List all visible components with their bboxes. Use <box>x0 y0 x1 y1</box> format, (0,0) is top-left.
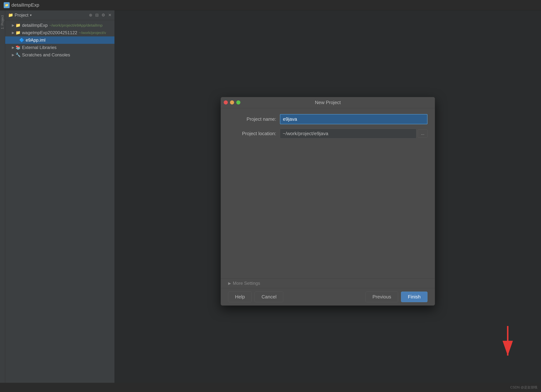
dialog-footer: Help Cancel Previous Finish <box>221 288 435 305</box>
sync-icon[interactable]: ⊕ <box>89 13 92 18</box>
bottom-bar: CSDN @是架朋哦 <box>0 383 541 392</box>
tree-item-label-2: wageImpExp202004251122 <box>22 30 77 35</box>
sidebar-toolbar: ⊕ ⊟ ⚙ ✕ <box>89 13 111 18</box>
iml-file-icon: 🔷 <box>19 38 24 42</box>
dialog-titlebar: New Project <box>221 97 435 108</box>
tree-item-detailImpExp[interactable]: ▶ 📁 detailImpExp ~/work/project/e9App/de… <box>5 22 114 29</box>
project-name-row: Project name: <box>228 114 427 124</box>
tree-item-label: detailImpExp <box>22 23 48 28</box>
project-location-input[interactable] <box>280 129 416 138</box>
app-title: detailImpExp <box>11 2 39 8</box>
project-panel-tab[interactable]: 1: Project <box>0 14 5 30</box>
tree-item-path: ~/work/project/e9App/detailImp <box>49 23 103 27</box>
dialog-overlay: New Project Project name: Project locati… <box>115 10 541 392</box>
close-sidebar-icon[interactable]: ✕ <box>108 13 111 18</box>
dialog-body: Project name: Project location: ... <box>221 108 435 278</box>
tree-item-label-3: e9App.iml <box>26 37 46 43</box>
sidebar-tree: ▶ 📁 detailImpExp ~/work/project/e9App/de… <box>5 20 114 60</box>
more-settings-label: More Settings <box>233 281 260 286</box>
project-label-text: Project <box>15 13 28 18</box>
folder-icon: 📁 <box>16 23 21 28</box>
tree-item-wageImpExp[interactable]: ▶ 📁 wageImpExp202004251122 ~/work/projec… <box>5 29 114 37</box>
project-location-row: Project location: ... <box>228 129 427 138</box>
left-panel-strip: 1: Project <box>0 10 5 383</box>
sidebar-header: 📁 Project ▾ ⊕ ⊟ ⚙ ✕ <box>5 10 114 20</box>
collapse-icon[interactable]: ⊟ <box>95 13 99 18</box>
footer-left-buttons: Help Cancel <box>228 292 283 302</box>
cancel-button[interactable]: Cancel <box>255 292 283 302</box>
red-arrow-annotation <box>497 324 519 362</box>
tree-item-scratches[interactable]: ▶ 🔧 Scratches and Consoles <box>5 51 114 59</box>
sidebar: 📁 Project ▾ ⊕ ⊟ ⚙ ✕ ▶ 📁 detailImpExp ~/w… <box>5 10 115 392</box>
project-location-wrapper: ... <box>280 129 427 138</box>
dialog-title: New Project <box>315 100 341 105</box>
footer-right-buttons: Previous Finish <box>365 292 427 302</box>
project-dropdown-icon[interactable]: ▾ <box>30 13 32 17</box>
tree-item-path-2: ~/work/project/v <box>79 31 106 35</box>
maximize-button[interactable] <box>236 100 240 105</box>
previous-button[interactable]: Previous <box>365 292 398 302</box>
settings-icon[interactable]: ⚙ <box>102 13 105 18</box>
main-area: New Project Project name: Project locati… <box>115 10 541 392</box>
tree-item-external-libraries[interactable]: ▶ 📚 External Libraries <box>5 44 114 51</box>
expand-arrow: ▶ <box>12 23 14 27</box>
finish-button[interactable]: Finish <box>401 292 427 302</box>
close-button[interactable] <box>224 100 228 105</box>
new-project-dialog: New Project Project name: Project locati… <box>221 97 435 306</box>
library-icon: 📚 <box>16 45 21 50</box>
dialog-spacer <box>228 143 427 272</box>
bottom-bar-text: CSDN @是架朋哦 <box>510 385 537 390</box>
project-panel-label[interactable]: 📁 Project ▾ <box>8 13 32 18</box>
tree-item-label-5: Scratches and Consoles <box>22 52 70 57</box>
scratches-icon: 🔧 <box>16 52 21 57</box>
more-settings-toggle[interactable]: ▶ More Settings <box>221 278 435 288</box>
title-bar: 📁 detailImpExp <box>0 0 541 10</box>
tree-item-label-4: External Libraries <box>22 45 57 50</box>
expand-arrow-2: ▶ <box>12 31 14 35</box>
minimize-button[interactable] <box>230 100 234 105</box>
browse-button[interactable]: ... <box>418 129 427 138</box>
dialog-traffic-lights <box>224 100 240 105</box>
expand-arrow-4: ▶ <box>12 53 14 57</box>
folder-icon-2: 📁 <box>16 30 21 35</box>
tree-item-e9App-iml[interactable]: 🔷 e9App.iml <box>5 37 114 44</box>
app-icon: 📁 <box>4 2 10 8</box>
project-name-label: Project name: <box>228 116 280 122</box>
project-location-label: Project location: <box>228 131 280 136</box>
more-settings-arrow-icon: ▶ <box>228 281 231 286</box>
expand-arrow-3: ▶ <box>12 46 14 50</box>
help-button[interactable]: Help <box>228 292 252 302</box>
project-name-input[interactable] <box>280 114 427 124</box>
